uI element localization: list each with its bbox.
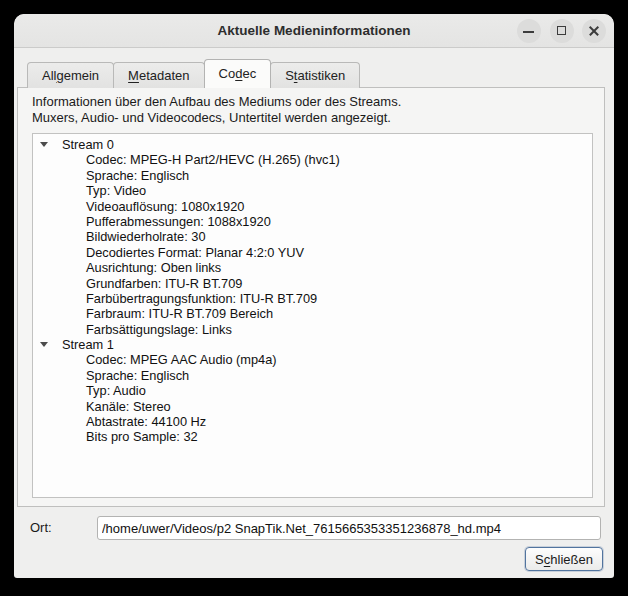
- tree-detail-row[interactable]: Farbsättigungslage: Links: [33, 322, 592, 337]
- minimize-button[interactable]: [517, 19, 541, 43]
- tree-row-text: Codec: MPEG-H Part2/HEVC (H.265) (hvc1): [86, 152, 340, 167]
- minimize-icon: [523, 31, 534, 33]
- codec-tab-pane: Informationen über den Aufbau des Medium…: [17, 87, 605, 507]
- media-info-dialog: Aktuelle Medieninformationen Allgemein M…: [14, 14, 614, 578]
- pane-description: Informationen über den Aufbau des Medium…: [32, 94, 401, 126]
- tab-codec[interactable]: Codec: [204, 59, 272, 88]
- tree-detail-row[interactable]: Sprache: Englisch: [33, 168, 592, 183]
- tab-statistiken[interactable]: Statistiken: [270, 62, 360, 88]
- description-line1: Informationen über den Aufbau des Medium…: [32, 94, 401, 110]
- tree-detail-row[interactable]: Ausrichtung: Oben links: [33, 260, 592, 275]
- tree-stream-row[interactable]: Stream 0: [33, 137, 592, 152]
- tree-detail-row[interactable]: Videoauflösung: 1080x1920: [33, 199, 592, 214]
- tree-row-text: Videoauflösung: 1080x1920: [86, 199, 244, 214]
- tree-row-text: Farbübertragungsfunktion: ITU-R BT.709: [86, 291, 317, 306]
- tree-detail-row[interactable]: Sprache: Englisch: [33, 368, 592, 383]
- tree-detail-row[interactable]: Farbraum: ITU-R BT.709 Bereich: [33, 306, 592, 321]
- tree-row-text: Kanäle: Stereo: [86, 399, 171, 414]
- tree-row-text: Stream 0: [62, 137, 114, 152]
- tree-row-text: Decodiertes Format: Planar 4:2:0 YUV: [86, 245, 304, 260]
- tree-detail-row[interactable]: Codec: MPEG AAC Audio (mp4a): [33, 352, 592, 367]
- maximize-button[interactable]: [550, 19, 574, 43]
- expander-triangle-icon[interactable]: [40, 142, 48, 147]
- tree-row-text: Typ: Audio: [86, 383, 146, 398]
- tree-detail-row[interactable]: Decodiertes Format: Planar 4:2:0 YUV: [33, 245, 592, 260]
- tree-detail-row[interactable]: Codec: MPEG-H Part2/HEVC (H.265) (hvc1): [33, 152, 592, 167]
- tree-row-text: Bits pro Sample: 32: [86, 429, 198, 444]
- tree-detail-row[interactable]: Typ: Video: [33, 183, 592, 198]
- tree-row-text: Codec: MPEG AAC Audio (mp4a): [86, 352, 277, 367]
- tree-row-text: Bildwiederholrate: 30: [86, 229, 206, 244]
- tree-detail-row[interactable]: Pufferabmessungen: 1088x1920: [33, 214, 592, 229]
- tree-row-text: Pufferabmessungen: 1088x1920: [86, 214, 271, 229]
- tab-bar: Allgemein Metadaten Codec Statistiken: [27, 59, 359, 88]
- tree-detail-row[interactable]: Abtastrate: 44100 Hz: [33, 414, 592, 429]
- screen: Aktuelle Medieninformationen Allgemein M…: [0, 0, 628, 596]
- tree-row-text: Typ: Video: [86, 183, 146, 198]
- location-input[interactable]: [97, 516, 601, 540]
- tree-row-text: Abtastrate: 44100 Hz: [86, 414, 206, 429]
- tree-stream-row[interactable]: Stream 1: [33, 337, 592, 352]
- stream-tree-view[interactable]: Stream 0Codec: MPEG-H Part2/HEVC (H.265)…: [32, 133, 593, 498]
- close-window-button[interactable]: [582, 19, 606, 43]
- tree-row-text: Sprache: Englisch: [86, 168, 189, 183]
- tree-row-text: Grundfarben: ITU-R BT.709: [86, 276, 242, 291]
- tree-row-text: Stream 1: [62, 337, 114, 352]
- description-line2: Muxers, Audio- und Videocodecs, Untertit…: [32, 110, 401, 126]
- titlebar[interactable]: Aktuelle Medieninformationen: [14, 14, 614, 48]
- maximize-icon: [557, 26, 566, 35]
- tree-row-text: Sprache: Englisch: [86, 368, 189, 383]
- tree-detail-row[interactable]: Bildwiederholrate: 30: [33, 229, 592, 244]
- location-label: Ort:: [30, 516, 52, 540]
- close-dialog-button[interactable]: Schließen: [525, 547, 603, 571]
- tree-detail-row[interactable]: Typ: Audio: [33, 383, 592, 398]
- tab-metadaten[interactable]: Metadaten: [113, 62, 204, 88]
- tab-allgemein[interactable]: Allgemein: [27, 62, 114, 88]
- tree-detail-row[interactable]: Grundfarben: ITU-R BT.709: [33, 276, 592, 291]
- tree-detail-row[interactable]: Bits pro Sample: 32: [33, 429, 592, 444]
- tree-detail-row[interactable]: Kanäle: Stereo: [33, 399, 592, 414]
- tree-row-text: Ausrichtung: Oben links: [86, 260, 221, 275]
- tree-row-text: Farbraum: ITU-R BT.709 Bereich: [86, 306, 273, 321]
- tree-detail-row[interactable]: Farbübertragungsfunktion: ITU-R BT.709: [33, 291, 592, 306]
- expander-triangle-icon[interactable]: [40, 342, 48, 347]
- tree-row-text: Farbsättigungslage: Links: [86, 322, 232, 337]
